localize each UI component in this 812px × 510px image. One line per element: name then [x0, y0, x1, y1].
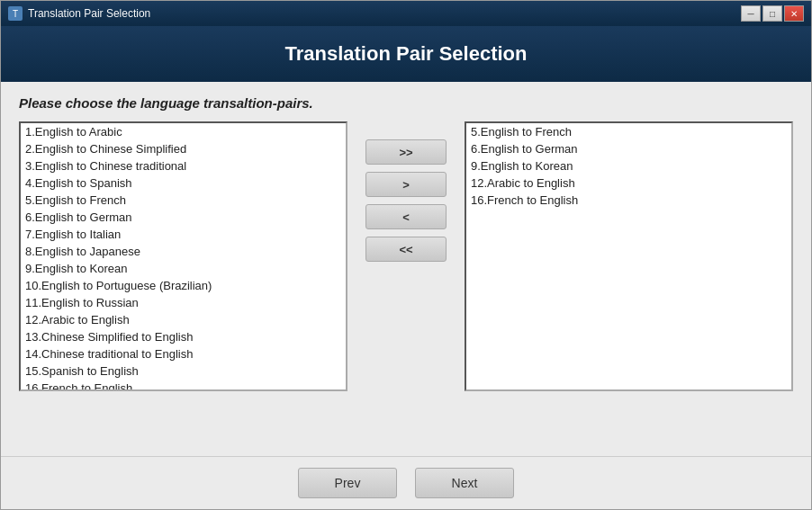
title-bar: T Translation Pair Selection ─ □ ✕	[1, 1, 811, 26]
list-item[interactable]: 5.English to French	[21, 192, 346, 209]
footer: Prev Next	[1, 456, 811, 509]
left-list[interactable]: 1.English to Arabic2.English to Chinese …	[19, 121, 347, 391]
prev-button[interactable]: Prev	[298, 468, 397, 498]
window-title: Translation Pair Selection	[28, 7, 150, 20]
right-list[interactable]: 5.English to French6.English to German9.…	[465, 121, 793, 391]
list-item[interactable]: 12.Arabic to English	[21, 311, 346, 328]
close-button[interactable]: ✕	[784, 5, 804, 22]
add-one-button[interactable]: >	[365, 172, 447, 197]
title-bar-left: T Translation Pair Selection	[8, 6, 150, 21]
subtitle-text: Please choose the language transaltion-p…	[19, 95, 793, 111]
list-item[interactable]: 12.Arabic to English	[466, 174, 791, 192]
list-item[interactable]: 15.Spanish to English	[21, 362, 346, 380]
left-list-container: 1.English to Arabic2.English to Chinese …	[19, 121, 347, 391]
title-bar-controls: ─ □ ✕	[741, 5, 804, 22]
transfer-buttons-panel: >> > < <<	[347, 121, 465, 262]
list-item[interactable]: 6.English to German	[21, 209, 346, 226]
list-item[interactable]: 2.English to Chinese Simplified	[21, 140, 346, 157]
list-item[interactable]: 1.English to Arabic	[21, 123, 346, 140]
maximize-button[interactable]: □	[762, 5, 782, 22]
list-item[interactable]: 13.Chinese Simplified to English	[21, 328, 346, 345]
page-header: Translation Pair Selection	[1, 26, 811, 82]
list-item[interactable]: 16.French to English	[21, 380, 346, 391]
right-list-container: 5.English to French6.English to German9.…	[465, 121, 793, 391]
list-item[interactable]: 14.Chinese traditional to English	[21, 345, 346, 362]
list-item[interactable]: 10.English to Portuguese (Brazilian)	[21, 277, 346, 294]
main-window: T Translation Pair Selection ─ □ ✕ Trans…	[0, 0, 812, 510]
list-item[interactable]: 9.English to Korean	[21, 260, 346, 277]
list-item[interactable]: 7.English to Italian	[21, 226, 346, 243]
list-item[interactable]: 5.English to French	[466, 123, 791, 140]
next-button[interactable]: Next	[415, 468, 514, 498]
minimize-button[interactable]: ─	[741, 5, 761, 22]
list-item[interactable]: 11.English to Russian	[21, 294, 346, 311]
list-item[interactable]: 3.English to Chinese traditional	[21, 157, 346, 174]
remove-one-button[interactable]: <	[365, 204, 447, 229]
window-icon: T	[8, 6, 23, 21]
list-item[interactable]: 8.English to Japanese	[21, 243, 346, 260]
lists-area: 1.English to Arabic2.English to Chinese …	[19, 121, 793, 443]
add-all-button[interactable]: >>	[365, 139, 447, 165]
content-area: Please choose the language transaltion-p…	[1, 82, 811, 456]
list-item[interactable]: 16.French to English	[466, 192, 791, 209]
list-item[interactable]: 6.English to German	[466, 140, 791, 157]
header-title: Translation Pair Selection	[285, 42, 528, 65]
list-item[interactable]: 4.English to Spanish	[21, 174, 346, 192]
list-item[interactable]: 9.English to Korean	[466, 157, 791, 174]
remove-all-button[interactable]: <<	[365, 237, 447, 262]
